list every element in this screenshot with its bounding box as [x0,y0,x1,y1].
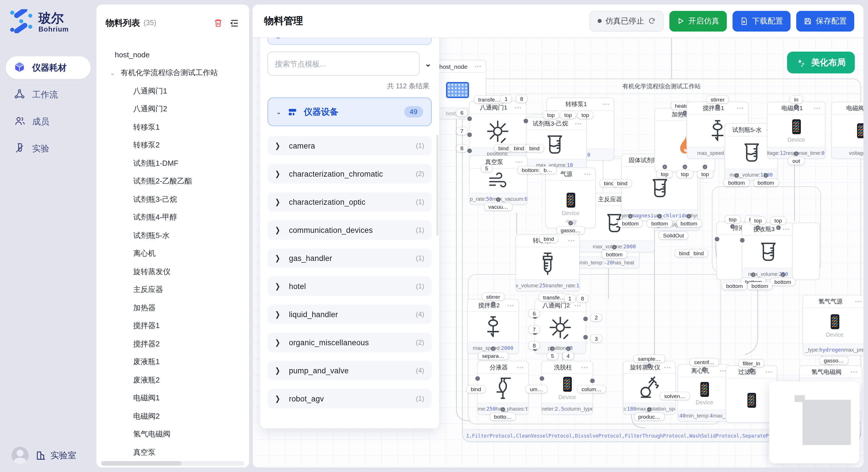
node-menu-icon[interactable]: ••• [783,226,790,232]
flow-node-电磁阀2[interactable]: 电磁阀2•••voltage: 12 [831,102,863,159]
material-item[interactable]: 转移泵2 [110,136,245,154]
material-item[interactable]: 试剂瓶2-乙酸乙酯 [110,172,245,191]
material-item[interactable]: 电磁阀1 [110,389,245,407]
node-menu-icon[interactable]: ••• [737,105,744,111]
template-category-row[interactable]: ❯hotel(1) [268,276,432,296]
collapse-panel-button[interactable] [228,17,240,29]
material-item[interactable]: 电磁阀2 [110,407,245,425]
material-item[interactable]: 搅拌器2 [110,335,245,353]
material-item[interactable]: 试剂瓶5-水 [110,227,245,245]
sidebar-item-cube[interactable]: 仪器耗材 [6,56,91,79]
material-group[interactable]: ⌄有机化学流程综合测试工作站 [110,64,245,82]
material-item[interactable]: 试剂瓶3-己烷 [110,191,245,208]
port-label: 8 [516,95,527,103]
flow-node-电磁阀1[interactable]: 电磁阀1•••Devicevoltage: 12 response_time: … [767,102,826,159]
minimap-viewport[interactable] [803,400,851,445]
template-category-row[interactable]: ❯communication_devices(1) [268,220,432,240]
sidebar-item-lab[interactable]: 实验室 [36,450,76,461]
node-menu-icon[interactable]: ••• [814,105,821,111]
port-label: bottom [722,282,747,290]
material-item[interactable]: 真空泵 [110,443,245,461]
materials-hscrollbar[interactable] [101,461,245,466]
port-label: 5 [481,165,492,172]
template-scrollbar[interactable] [436,135,439,236]
save-config-button[interactable]: 保存配置 [796,11,854,31]
node-menu-icon[interactable]: ••• [515,105,522,110]
sidebar-item-members[interactable]: 成员 [6,110,91,133]
start-sim-button[interactable]: 开启仿真 [670,11,727,31]
stirrer-icon [480,314,506,339]
flow-node-气源[interactable]: 气源•••Device气源gasso… [546,167,596,228]
flow-node-接收瓶3[interactable]: 接收瓶3•••max_volume: 250toptopbottombottom [742,223,795,280]
node-menu-icon[interactable]: ••• [568,238,575,243]
node-menu-icon[interactable]: ••• [602,101,610,107]
flow-node-搅拌器2[interactable]: 搅拌器2•••max_speed: 2000stirrersepara… [467,299,519,354]
flow-node-转移泵2[interactable]: 转移泵2•••ax_volume: 25 transfer_rate: 10 [516,234,580,291]
material-item[interactable]: 试剂瓶1-DMF [110,154,245,172]
flow-node-氢气气源[interactable]: 氢气气源•••Device_type: hydrogen max_pre [803,295,863,356]
grid-icon [288,107,298,117]
template-category-row[interactable]: ❯characterization_chromatic(2) [268,164,432,183]
node-menu-icon[interactable]: ••• [517,365,524,370]
material-root[interactable]: host_node [110,46,245,64]
material-item[interactable]: 离心机 [110,245,245,263]
node-menu-icon[interactable]: ••• [516,159,523,165]
download-config-button[interactable]: 下载配置 [733,11,790,31]
minimap[interactable] [769,381,859,463]
template-category-row[interactable]: ❯liquid_handler(4) [268,305,432,324]
template-category-row[interactable]: ❯organic_miscellaneous(2) [268,333,432,352]
search-input[interactable] [268,52,420,76]
port-label: 6 [529,310,540,317]
flow-node-真空泵[interactable]: 真空泵•••ump_rate: 50 max_vacuum: 0.1vacuu… [469,156,528,205]
material-item[interactable]: 试剂瓶4-甲醇 [110,208,245,227]
node-menu-icon[interactable]: ••• [581,365,588,370]
sim-status-badge[interactable]: 仿真已停止 [589,11,663,31]
node-menu-icon[interactable]: ••• [584,171,591,177]
port-label: separa… [478,352,508,360]
materials-tree: host_node⌄有机化学流程综合测试工作站八通阀门1八通阀门2转移泵1转移泵… [96,32,249,461]
material-item[interactable]: 转移泵1 [110,118,245,136]
beaker-icon [542,132,567,157]
template-category-row[interactable]: ❯camera(1) [268,136,432,156]
port-label: bottom [602,250,627,258]
template-category-row[interactable]: ❯pump_and_valve(4) [268,361,432,380]
material-item[interactable]: 八通阀门2 [110,100,245,118]
material-item[interactable]: 废液瓶1 [110,353,245,371]
flow-node[interactable] [792,223,820,280]
beautify-layout-button[interactable]: 美化布局 [787,52,855,73]
node-menu-icon[interactable]: ••• [575,121,582,127]
material-item[interactable]: 主反应器 [110,281,245,299]
material-item[interactable]: 废液瓶2 [110,371,245,389]
play-icon [677,17,684,25]
node-menu-icon[interactable]: ••• [766,369,773,375]
node-menu-icon[interactable]: ••• [575,303,582,308]
avatar[interactable] [11,447,29,464]
material-item[interactable]: 旋转蒸发仪 [110,263,245,281]
port-label: 4 [563,352,574,360]
port-label: 5 [547,352,558,360]
node-menu-icon[interactable]: ••• [850,369,858,375]
port-label: stirrer [482,293,504,301]
node-menu-icon[interactable]: ••• [664,365,671,370]
template-category-row[interactable]: ❯robot_agv(1) [268,389,432,408]
material-item[interactable]: 八通阀门1 [110,82,245,100]
node-menu-icon[interactable]: ••• [507,303,515,308]
node-menu-icon[interactable]: ••• [474,63,482,69]
sidebar-item-workflow[interactable]: 工作流 [6,83,91,106]
template-category-row[interactable]: ❯gas_handler(1) [268,248,432,268]
delete-button[interactable] [212,17,224,29]
workflow-icon [14,88,25,101]
sidebar-item-experiment[interactable]: 实验 [6,137,91,160]
flow-node-八通阀门2[interactable]: 八通阀门2•••positions: 854 [534,299,586,354]
material-item[interactable]: 搅拌器1 [110,317,245,335]
node-menu-icon[interactable]: ••• [855,299,862,304]
template-category-row[interactable]: ❯characterization_optic(1) [268,192,432,212]
flow-node-试剂瓶3-己烷[interactable]: 试剂瓶3-己烷•••max_volume: 10 [522,117,587,171]
flow-node-旋转蒸发仪[interactable]: 旋转蒸发仪•••temp: 180 max_rotation_speed:sam… [623,361,676,415]
category-instruments[interactable]: ⌄仪器设备49 [268,98,432,126]
material-item[interactable]: 加热器 [110,299,245,317]
material-item[interactable]: 氢气电磁阀 [110,425,245,443]
node-params: ax_volume: 25 transfer_rate: 10 [516,279,579,291]
node-params: voltage: 12 [832,147,863,158]
chevron-down-icon[interactable]: ⌄ [425,59,432,69]
